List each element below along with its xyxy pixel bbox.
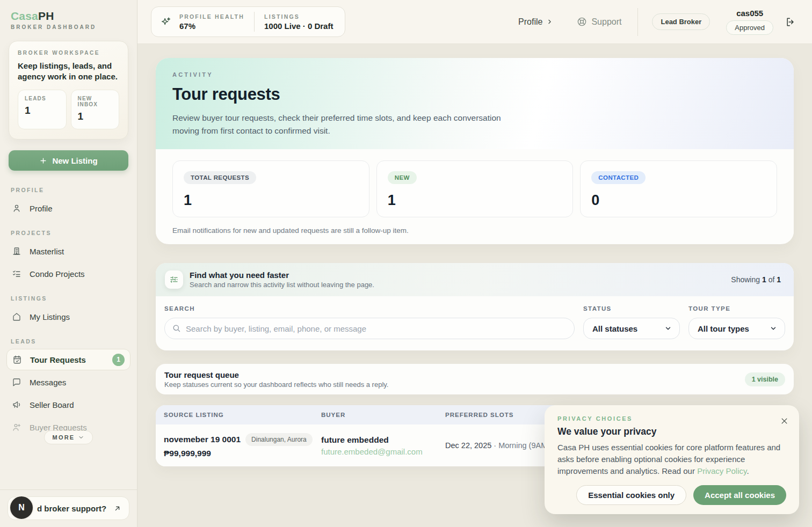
username: cas055 bbox=[736, 9, 763, 18]
lifebuoy-icon bbox=[577, 17, 587, 27]
sidebar-item-condo-projects[interactable]: Condo Projects bbox=[6, 263, 130, 284]
new-inbox-mini-stat-value: 1 bbox=[78, 111, 113, 122]
tour-type-label: TOUR TYPE bbox=[688, 305, 785, 312]
privacy-policy-link[interactable]: Privacy Policy bbox=[697, 466, 746, 475]
topbar: PROFILE HEALTH 67% LISTINGS 1000 Live · … bbox=[137, 0, 812, 44]
profile-link[interactable]: Profile bbox=[518, 17, 553, 27]
filter-body: SEARCH STATUS All statuses bbox=[156, 296, 794, 339]
new-badge: NEW bbox=[388, 171, 417, 184]
tour-type-select[interactable]: All tour types bbox=[688, 318, 785, 339]
sidebar-item-label: Masterlist bbox=[30, 247, 64, 256]
support-link[interactable]: Support bbox=[577, 17, 621, 27]
leads-mini-stat-value: 1 bbox=[25, 105, 60, 116]
sidebar-item-masterlist[interactable]: Masterlist bbox=[6, 240, 130, 262]
queue-header-card: Tour request queue Keep statuses current… bbox=[156, 364, 794, 394]
tour-type-select-value: All tour types bbox=[698, 324, 749, 333]
user-plus-icon bbox=[12, 422, 23, 433]
profile-health-pill: PROFILE HEALTH 67% LISTINGS 1000 Live · … bbox=[151, 6, 345, 37]
cookie-body-period: . bbox=[746, 466, 749, 475]
sidebar-item-label: Condo Projects bbox=[30, 269, 85, 279]
new-value: 1 bbox=[388, 192, 562, 209]
home-icon bbox=[12, 311, 23, 322]
status-select[interactable]: All statuses bbox=[583, 318, 680, 339]
essential-cookies-button[interactable]: Essential cookies only bbox=[576, 485, 686, 505]
queue-subtitle: Keep statuses current so your dashboard … bbox=[164, 380, 388, 389]
filter-title: Find what you need faster bbox=[190, 270, 374, 280]
leads-mini-stat: LEADS 1 bbox=[18, 90, 67, 129]
chat-icon bbox=[12, 377, 23, 387]
sidebar-item-seller-board[interactable]: Seller Board bbox=[6, 394, 130, 415]
buyer-email-link[interactable]: future.embeded@gmail.com bbox=[321, 447, 437, 456]
chevron-down-icon bbox=[78, 434, 84, 441]
total-requests-value: 1 bbox=[184, 192, 358, 209]
activity-eyebrow: ACTIVITY bbox=[172, 71, 777, 78]
contacted-stat-card: CONTACTED 0 bbox=[580, 160, 777, 217]
user-icon bbox=[12, 203, 23, 214]
showing-count: Showing 1 of 1 bbox=[731, 275, 781, 284]
listings-label: LISTINGS bbox=[264, 13, 333, 20]
workspace-description: Keep listings, leads, and agency work in… bbox=[18, 61, 119, 82]
sliders-icon bbox=[165, 270, 183, 289]
visible-count-badge: 1 visible bbox=[745, 372, 785, 386]
search-input[interactable] bbox=[164, 318, 575, 339]
profile-health-label: PROFILE HEALTH bbox=[179, 13, 244, 20]
sidebar-item-tour-requests[interactable]: Tour Requests 1 bbox=[6, 349, 130, 370]
brand-logo: CasaPH BROKER DASHBOARD bbox=[0, 0, 137, 35]
sidebar-footer: N d broker support? bbox=[0, 489, 137, 527]
hero-gradient-band: ACTIVITY Tour requests Review buyer tour… bbox=[156, 58, 794, 149]
new-listing-button[interactable]: New Listing bbox=[9, 150, 128, 171]
lead-broker-badge[interactable]: Lead Broker bbox=[652, 13, 710, 30]
showing-count-value: 1 bbox=[762, 275, 766, 284]
showing-total-value: 1 bbox=[777, 275, 781, 284]
broker-support-button[interactable]: N d broker support? bbox=[8, 496, 129, 520]
search-icon bbox=[172, 324, 181, 333]
section-label-listings: LISTINGS bbox=[11, 295, 126, 302]
more-label: MORE bbox=[53, 434, 75, 441]
brand-name-secondary: PH bbox=[38, 10, 54, 22]
total-requests-badge: TOTAL REQUESTS bbox=[184, 171, 256, 184]
workspace-label: BROKER WORKSPACE bbox=[18, 50, 119, 56]
sidebar-item-profile[interactable]: Profile bbox=[6, 197, 130, 219]
divider bbox=[254, 12, 255, 32]
approved-status-badge[interactable]: Approved bbox=[726, 20, 773, 35]
cookie-body: Casa PH uses essential cookies for core … bbox=[557, 442, 786, 477]
chevron-down-icon bbox=[770, 325, 777, 332]
filter-header-band: Find what you need faster Search and nar… bbox=[156, 263, 794, 296]
buyer-name: future embedded bbox=[321, 435, 437, 445]
column-buyer: BUYER bbox=[313, 412, 437, 418]
broker-support-label: d broker support? bbox=[37, 504, 106, 513]
new-listing-label: New Listing bbox=[52, 156, 97, 165]
new-inbox-mini-stat: NEW INBOX 1 bbox=[71, 90, 120, 129]
sidebar-item-my-listings[interactable]: My Listings bbox=[6, 306, 130, 327]
sidebar-item-label: Profile bbox=[30, 204, 53, 213]
plus-icon bbox=[39, 157, 47, 165]
calendar-check-icon bbox=[12, 354, 23, 365]
avatar: N bbox=[9, 495, 34, 520]
column-source-listing: SOURCE LISTING bbox=[156, 412, 313, 418]
tour-requests-count-badge: 1 bbox=[112, 354, 125, 366]
listing-price: ₱99,999,999 bbox=[164, 449, 313, 458]
divider bbox=[637, 8, 638, 36]
sidebar-item-label: Messages bbox=[30, 378, 66, 387]
support-link-label: Support bbox=[591, 17, 621, 27]
accept-all-cookies-button[interactable]: Accept all cookies bbox=[693, 485, 786, 505]
showing-of: of bbox=[769, 275, 775, 284]
search-label: SEARCH bbox=[164, 305, 575, 312]
listing-location-badge: Dinalungan, Aurora bbox=[245, 433, 313, 446]
new-stat-card: NEW 1 bbox=[376, 160, 574, 217]
sidebar-item-messages[interactable]: Messages bbox=[6, 371, 130, 393]
checklist-icon bbox=[12, 268, 23, 279]
section-label-leads: LEADS bbox=[11, 338, 126, 345]
filter-card: Find what you need faster Search and nar… bbox=[156, 263, 794, 350]
logout-icon[interactable] bbox=[785, 17, 796, 27]
filter-subtitle: Search and narrow this activity list wit… bbox=[190, 281, 374, 289]
sidebar-item-label: Seller Board bbox=[30, 400, 74, 409]
profile-health-value: 67% bbox=[179, 21, 244, 31]
stats-row: TOTAL REQUESTS 1 NEW 1 CONTACTED 0 bbox=[156, 149, 794, 217]
cookie-consent-banner: PRIVACY CHOICES We value your privacy Ca… bbox=[545, 405, 799, 514]
listings-value: 1000 Live · 0 Draft bbox=[264, 21, 333, 31]
showing-prefix: Showing bbox=[731, 275, 760, 284]
queue-title: Tour request queue bbox=[164, 370, 388, 379]
close-icon[interactable] bbox=[780, 417, 788, 425]
more-button[interactable]: MORE bbox=[44, 430, 93, 444]
